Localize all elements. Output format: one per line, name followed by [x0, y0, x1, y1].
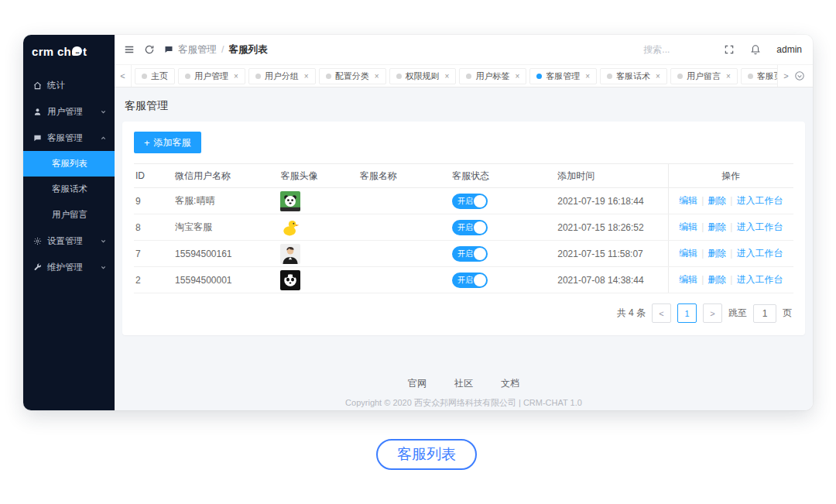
status-toggle[interactable]: 开启 [452, 246, 488, 262]
table-row: 9客服:晴晴开启2021-07-19 16:18:44编辑|删除|进入工作台 [134, 188, 793, 214]
tab-权限规则[interactable]: 权限规则× [389, 68, 457, 84]
tab-客服话术[interactable]: 客服话术× [600, 68, 667, 84]
cell-id: 7 [134, 241, 173, 267]
breadcrumb: 客服管理 / 客服列表 [164, 43, 267, 57]
action-link-编辑[interactable]: 编辑 [679, 248, 697, 259]
cell-status: 开启 [451, 267, 556, 293]
tab-dot-icon [142, 74, 147, 79]
tab-用户标签[interactable]: 用户标签× [459, 68, 526, 84]
cell-added-time: 2021-07-19 16:18:44 [556, 188, 668, 214]
action-link-进入工作台[interactable]: 进入工作台 [736, 248, 783, 259]
status-toggle[interactable]: 开启 [452, 194, 488, 209]
sidebar-menu: 统计用户管理客服管理客服列表客服话术用户留言设置管理维护管理 [23, 72, 115, 280]
column-header: 客服状态 [451, 164, 556, 188]
tab-用户分组[interactable]: 用户分组× [248, 68, 316, 84]
current-page-button[interactable]: 1 [677, 303, 697, 323]
tab-用户留言[interactable]: 用户留言× [670, 68, 738, 84]
action-separator: | [701, 248, 704, 259]
sidebar-item-维护管理[interactable]: 维护管理 [23, 254, 115, 280]
jump-page-input[interactable] [753, 304, 776, 323]
tab-label: 用户留言 [687, 70, 721, 82]
action-link-编辑[interactable]: 编辑 [679, 221, 697, 232]
tab-scroll-right-button[interactable]: > [777, 65, 794, 87]
page-unit-label: 页 [783, 307, 792, 320]
chat-bubble-icon: ... [72, 46, 82, 56]
action-link-删除[interactable]: 删除 [708, 274, 726, 285]
tab-用户管理[interactable]: 用户管理× [178, 68, 245, 84]
prev-page-button[interactable]: < [652, 303, 671, 323]
chat-icon [164, 45, 173, 54]
close-icon[interactable]: × [234, 72, 238, 81]
cell-added-time: 2021-07-08 14:38:44 [556, 267, 668, 293]
cell-added-time: 2021-07-15 18:26:52 [556, 214, 668, 241]
sidebar-subitem-客服话术[interactable]: 客服话术 [23, 177, 115, 202]
refresh-icon[interactable] [144, 44, 155, 55]
footer-link-社区[interactable]: 社区 [454, 377, 473, 390]
sidebar-item-label: 客服管理 [47, 132, 83, 144]
hamburger-menu-icon[interactable] [124, 44, 135, 55]
sidebar-item-设置管理[interactable]: 设置管理 [23, 228, 115, 254]
action-link-进入工作台[interactable]: 进入工作台 [736, 221, 783, 232]
logo-text-left: crm ch [32, 45, 71, 58]
close-icon[interactable]: × [656, 72, 660, 81]
sidebar-item-客服管理[interactable]: 客服管理 [23, 125, 115, 151]
cell-wechat-name: 淘宝客服 [173, 214, 279, 241]
close-icon[interactable]: × [726, 72, 731, 81]
footer-link-文档[interactable]: 文档 [501, 377, 519, 390]
gear-icon [33, 237, 42, 245]
status-toggle[interactable]: 开启 [452, 220, 488, 235]
next-page-button[interactable]: > [703, 303, 722, 323]
action-separator: | [701, 221, 704, 232]
tab-客服管理[interactable]: 客服管理× [529, 68, 597, 84]
action-separator: | [701, 195, 704, 206]
sidebar-subitem-用户留言[interactable]: 用户留言 [23, 202, 115, 228]
tab-label: 客服管理 [546, 70, 580, 82]
breadcrumb-parent[interactable]: 客服管理 [178, 43, 217, 57]
close-icon[interactable]: × [375, 72, 379, 81]
action-link-删除[interactable]: 删除 [708, 195, 726, 206]
customer-service-card: + 添加客服 ID微信用户名称客服头像客服名称客服状态添加时间操作 9客服:晴晴… [122, 122, 805, 335]
sidebar-item-统计[interactable]: 统计 [23, 72, 115, 98]
tab-options-icon[interactable] [794, 70, 813, 81]
app-logo: crm ch...t [23, 35, 115, 67]
close-icon[interactable]: × [585, 72, 590, 81]
action-link-进入工作台[interactable]: 进入工作台 [736, 195, 783, 206]
home-icon [33, 81, 42, 90]
cell-avatar [279, 267, 358, 293]
close-icon[interactable]: × [304, 72, 309, 81]
page-footer: 官网社区文档 Copyright © 2020 西安众邦网络科技有限公司 | C… [122, 375, 805, 409]
cell-avatar [279, 188, 358, 214]
chat-icon [33, 134, 42, 142]
tab-dot-icon [326, 74, 331, 79]
sidebar-item-用户管理[interactable]: 用户管理 [23, 98, 115, 125]
search-input[interactable] [643, 44, 708, 55]
tab-scroll-left-button[interactable]: < [115, 65, 132, 87]
action-link-编辑[interactable]: 编辑 [679, 195, 697, 206]
close-icon[interactable]: × [515, 72, 519, 81]
cell-wechat-name: 15594500001 [173, 267, 279, 293]
tab-label: 用户分组 [265, 70, 299, 82]
sidebar-item-label: 用户管理 [47, 106, 83, 118]
close-icon[interactable]: × [445, 72, 450, 81]
tab-配置分类[interactable]: 配置分类× [319, 68, 386, 84]
tab-dot-icon [185, 74, 190, 79]
fullscreen-icon[interactable] [724, 44, 735, 55]
user-menu[interactable]: admin [776, 44, 802, 55]
plus-icon: + [144, 138, 150, 148]
action-link-删除[interactable]: 删除 [708, 221, 726, 232]
action-link-进入工作台[interactable]: 进入工作台 [736, 274, 783, 285]
column-header: 客服头像 [279, 164, 358, 188]
cell-actions: 编辑|删除|进入工作台 [668, 188, 793, 214]
tab-主页[interactable]: 主页 [135, 68, 175, 84]
action-link-编辑[interactable]: 编辑 [679, 274, 697, 285]
status-toggle[interactable]: 开启 [452, 273, 488, 288]
sidebar-item-label: 统计 [47, 80, 65, 91]
action-link-删除[interactable]: 删除 [708, 248, 726, 259]
sidebar-subitem-客服列表[interactable]: 客服列表 [23, 151, 115, 177]
action-separator: | [730, 274, 732, 285]
tab-客服页面广告[interactable]: 客服页面广告× [741, 68, 777, 84]
add-customer-service-button[interactable]: + 添加客服 [134, 132, 201, 153]
user-icon [33, 108, 42, 116]
footer-link-官网[interactable]: 官网 [408, 377, 427, 390]
bell-icon[interactable] [750, 44, 761, 55]
